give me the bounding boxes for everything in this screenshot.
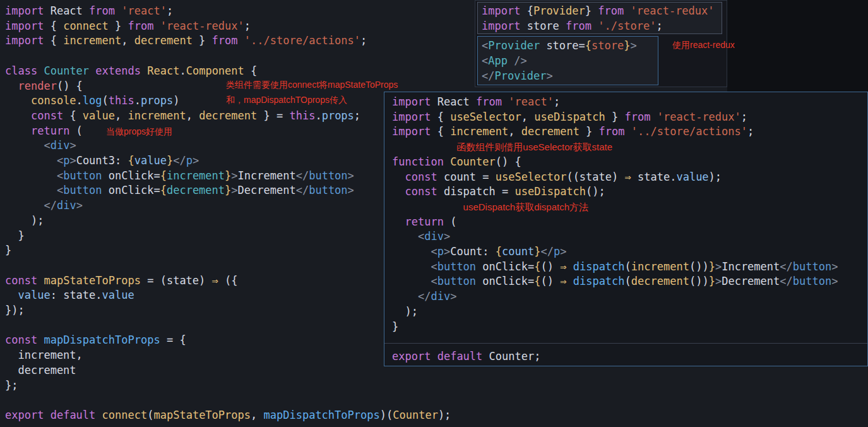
- code-line: 函数组件则借用useSelector获取state: [392, 140, 838, 155]
- code-line: };: [5, 378, 451, 394]
- code-line: class Counter extends React.Component {: [5, 64, 451, 79]
- code-line: import store from './store';: [482, 18, 722, 33]
- code-line: </Provider>: [482, 68, 658, 83]
- code-line: <Provider store={store}>: [482, 38, 658, 53]
- code-line: [5, 393, 451, 408]
- code-line: <button onClick={() ⇒ dispatch(decrement…: [392, 274, 838, 289]
- editor-divider: [384, 343, 867, 344]
- screenshot-root: { "theme": { "background": "#191c22", "p…: [0, 0, 868, 427]
- provider-jsx-snippet[interactable]: <Provider store={store}><App /></Provide…: [477, 36, 658, 85]
- annotation-props-usage: 当做props好使用: [106, 126, 172, 138]
- code-line: function Counter() {: [392, 155, 838, 170]
- code-line: </div>: [392, 289, 838, 304]
- annotation-class-connect-line2: 和，mapDispatchTOprops传入: [226, 95, 347, 106]
- code-line: import { increment, decrement } from '..…: [392, 124, 838, 140]
- annotation-use-react-redux: 使用react-redux: [672, 40, 735, 51]
- code-line: import { increment, decrement } from '..…: [5, 33, 451, 49]
- code-line: const count = useSelector((state) ⇒ stat…: [392, 170, 838, 185]
- code-line: export default Counter;: [392, 349, 838, 364]
- code-line: <div>: [392, 229, 838, 244]
- code-line: const dispatch = useDispatch();: [392, 184, 838, 200]
- code-line: import React from 'react';: [392, 95, 838, 110]
- code-line: export default connect(mapStateToProps, …: [5, 408, 451, 423]
- code-line: useDispatch获取dispatch方法: [392, 200, 838, 215]
- hooks-code: import React from 'react';import { useSe…: [392, 95, 838, 364]
- code-line: );: [392, 304, 838, 320]
- desktop-backdrop: [727, 0, 868, 92]
- code-line: [5, 49, 451, 64]
- code-line: import { connect } from 'react-redux';: [5, 19, 451, 34]
- code-line: <p>Count: {count}</p>: [392, 244, 838, 260]
- code-line: <button onClick={() ⇒ dispatch(increment…: [392, 260, 838, 275]
- code-line: [392, 334, 838, 349]
- code-line: }: [392, 320, 838, 335]
- provider-snippet-panel: import {Provider} from 'react-redux'impo…: [475, 0, 727, 87]
- code-line: import {Provider} from 'react-redux': [482, 3, 722, 18]
- annotation-class-connect-line1: 类组件需要使用connect将mapStateToProps: [226, 80, 398, 91]
- hooks-component-editor[interactable]: import React from 'react';import { useSe…: [384, 92, 868, 366]
- code-line: <App />: [482, 53, 658, 68]
- code-line: return (: [392, 215, 838, 230]
- code-line: import { useSelector, useDispatch } from…: [392, 110, 838, 125]
- code-line: import React from 'react';: [5, 4, 451, 19]
- provider-import-snippet[interactable]: import {Provider} from 'react-redux'impo…: [477, 2, 722, 34]
